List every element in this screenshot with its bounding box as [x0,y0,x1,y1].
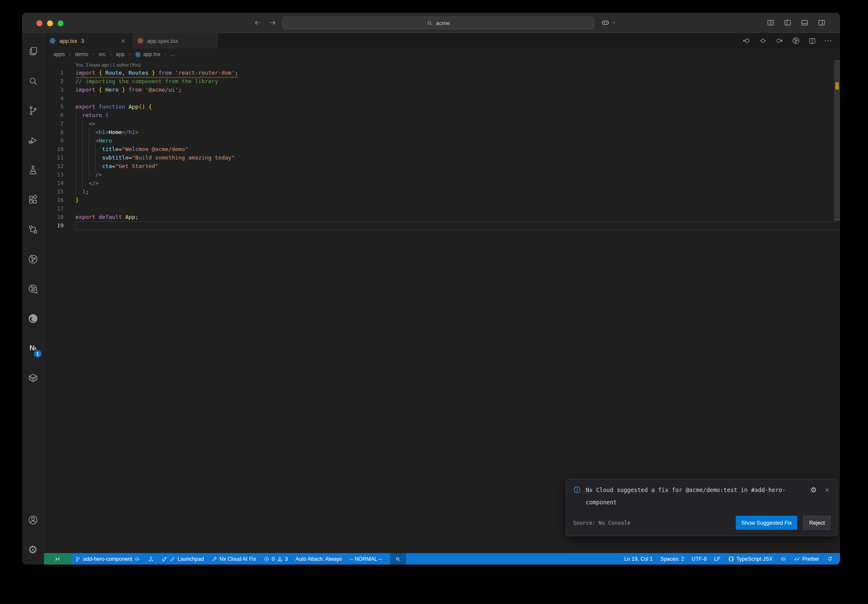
status-item-auto-attach[interactable]: Auto Attach: Always [292,553,346,565]
nav-back-button[interactable] [742,36,751,45]
activity-bar-item-explorer[interactable] [22,36,44,66]
activity-bar-item-settings[interactable]: ⚙ [22,535,44,565]
status-item-launchpad[interactable]: Launchpad [158,553,208,565]
line-number[interactable]: 2 [44,77,64,86]
breadcrumb-item-src[interactable]: src [98,51,106,57]
close-tab-icon[interactable] [120,38,126,44]
status-item-problems[interactable]: 03 [260,553,292,565]
activity-bar-item-nx-console[interactable]: N› 1 [22,333,44,363]
activity-bar-item-project-graph[interactable] [22,244,44,274]
notification-close-icon[interactable] [824,487,831,494]
customize-layout-button[interactable] [767,19,775,27]
codelens[interactable]: You, 3 hours ago | 1 author (You) [75,62,840,69]
close-button[interactable] [36,20,42,26]
breadcrumb-item--[interactable]: ... [170,51,175,57]
toggle-secondary-sidebar-button[interactable] [818,19,826,27]
activity-bar-item-graph-search[interactable] [22,274,44,304]
status-item-zoom-indicator[interactable] [390,553,406,565]
code-line-16[interactable]: 16} [44,196,840,204]
history-back-button[interactable] [253,19,262,27]
code-line-3[interactable]: 3import { Hero } from '@acme/ui'; [44,86,840,94]
activity-bar-item-testing[interactable] [22,155,44,185]
code-editor[interactable]: You, 3 hours ago | 1 author (You) 1impor… [44,60,840,553]
code-line-19[interactable]: 19 [44,221,840,230]
show-suggested-fix-button[interactable]: Show Suggested Fix [736,516,797,530]
history-forward-button[interactable] [269,19,277,27]
code-line-18[interactable]: 18export default App; [44,213,840,221]
code-line-1[interactable]: 1import { Route, Routes } from 'react-ro… [44,69,840,77]
status-item-git-branch[interactable]: add-hero-component [71,553,144,565]
activity-bar-item-containers[interactable] [22,363,44,393]
activity-bar-item-accounts[interactable] [22,505,44,535]
tab-app-tsx[interactable]: app.tsx 3 [44,33,132,48]
line-number[interactable]: 16 [44,196,64,204]
nav-forward-button[interactable] [775,36,784,45]
copilot-menu-button[interactable] [601,18,617,27]
status-item-encoding[interactable]: UTF-8 [688,553,710,565]
status-item-language-mode[interactable]: {}TypeScript JSX [724,553,776,565]
activity-bar-item-source-control[interactable] [22,96,44,126]
line-number[interactable]: 19 [44,221,64,230]
code-line-2[interactable]: 2// importing the component from the lib… [44,77,840,86]
line-number[interactable]: 13 [44,171,64,179]
tab-app-spec-tsx[interactable]: app.spec.tsx [132,33,219,48]
line-number[interactable]: 1 [44,69,64,77]
status-item-indentation[interactable]: Spaces: 2 [657,553,688,565]
status-item-source-control-graph[interactable] [144,553,158,565]
line-number[interactable]: 15 [44,187,64,196]
code-line-17[interactable]: 17 [44,204,840,213]
line-number[interactable]: 6 [44,111,64,120]
activity-bar-item-hierarchy[interactable] [22,215,44,244]
code-line-5[interactable]: 5export function App() { [44,103,840,111]
code-line-8[interactable]: 8 <h1>Home</h1> [44,128,840,137]
status-item-notifications-bell[interactable] [823,553,837,565]
code-line-11[interactable]: 11 subtitle="Build something amazing tod… [44,154,840,162]
status-item-formatter[interactable]: ✓✓Prettier [790,553,823,565]
breadcrumb-item-app[interactable]: app [116,51,125,57]
breadcrumb-item-app-tsx[interactable]: app.tsx [135,51,160,58]
breadcrumb-item-demo[interactable]: demo [75,51,88,57]
status-item-eol[interactable]: LF [710,553,724,565]
activity-bar-item-search[interactable] [22,66,44,96]
command-center[interactable]: acme [282,17,594,29]
line-number[interactable]: 11 [44,154,64,162]
reject-button[interactable]: Reject [803,516,831,530]
line-number[interactable]: 14 [44,179,64,187]
line-number[interactable]: 8 [44,128,64,137]
activity-bar-item-extensions[interactable] [22,185,44,215]
activity-bar-item-edge-browser[interactable] [22,304,44,333]
toggle-sidebar-button[interactable] [784,19,792,27]
code-line-9[interactable]: 9 <Hero [44,137,840,145]
line-number[interactable]: 3 [44,86,64,94]
line-number[interactable]: 17 [44,204,64,213]
code-line-14[interactable]: 14 </> [44,179,840,187]
code-line-15[interactable]: 15 ); [44,187,840,196]
breadcrumb-item-apps[interactable]: apps [53,51,65,57]
record-button[interactable] [759,36,767,45]
split-editor-button[interactable] [808,37,816,45]
line-number[interactable]: 9 [44,137,64,145]
status-item-vim-mode[interactable]: -- NORMAL -- [346,553,386,565]
line-number[interactable]: 12 [44,162,64,171]
source-control-graph-button[interactable] [792,36,800,45]
code-line-4[interactable]: 4 [44,94,840,103]
status-item-copilot-status[interactable] [776,553,790,565]
line-number[interactable]: 10 [44,145,64,154]
line-number[interactable]: 18 [44,213,64,221]
maximize-button[interactable] [58,20,64,26]
line-number[interactable]: 7 [44,120,64,128]
activity-bar-item-run-and-debug[interactable] [22,126,44,155]
code-line-13[interactable]: 13 /> [44,171,840,179]
line-number[interactable]: 5 [44,103,64,111]
toggle-panel-button[interactable] [801,19,809,27]
minimize-button[interactable] [47,20,53,26]
more-actions-button[interactable]: ⋯ [824,36,832,45]
code-line-6[interactable]: 6 return ( [44,111,840,120]
code-line-10[interactable]: 10 title="Welcmoe @acme/demo" [44,145,840,154]
code-line-7[interactable]: 7 <> [44,120,840,128]
status-item-cursor-position[interactable]: Ln 19, Col 1 [620,553,657,565]
line-number[interactable]: 4 [44,94,64,103]
notification-settings-icon[interactable]: ⚙ [810,487,817,494]
status-item-nx-cloud-ai-fix[interactable]: Nx Cloud AI Fix [208,553,260,565]
status-item-remote-indicator[interactable] [44,553,71,565]
